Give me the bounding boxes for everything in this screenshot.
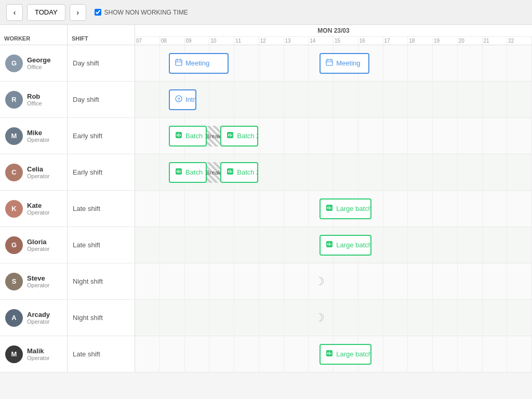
hour-line	[458, 263, 483, 299]
grid-row: AArcadyOperatorNight shift☽	[0, 300, 532, 336]
hour-line	[259, 191, 284, 227]
hour-line	[284, 154, 309, 190]
hour-line	[209, 82, 234, 117]
worker-info: GeorgeOffice	[27, 56, 51, 70]
hour-tick-10: 10	[209, 37, 234, 45]
hour-line	[408, 82, 433, 117]
event-break[interactable]: Break	[207, 162, 221, 183]
timeline-cell: ☽	[135, 300, 532, 336]
worker-role: Operator	[27, 355, 49, 361]
hour-line	[209, 263, 234, 299]
shift-cell: Late shift	[68, 336, 135, 372]
hour-line	[507, 227, 532, 263]
grid-row: SSteveOperatorNight shift☽	[0, 263, 532, 300]
worker-name: Steve	[27, 274, 49, 282]
event-batch[interactable]: Batch 1	[169, 126, 207, 147]
worker-col-header: WORKER	[0, 25, 68, 45]
hour-line	[135, 82, 160, 117]
hour-line	[284, 336, 309, 372]
svg-rect-4	[326, 60, 332, 65]
large-batch-icon	[326, 241, 333, 249]
event-large-batch[interactable]: Large batch	[320, 198, 371, 219]
hour-line	[483, 82, 508, 117]
hour-line	[458, 191, 483, 227]
hour-line	[507, 154, 532, 190]
hour-line	[160, 191, 185, 227]
main-grid: WORKER SHIFT MON 23/03 07080910111213141…	[0, 25, 532, 399]
event-label: Meeting	[185, 59, 209, 67]
next-button[interactable]: ›	[70, 4, 86, 21]
worker-info: RobOffice	[27, 92, 42, 107]
worker-cell-gloria: GGloriaOperator	[0, 227, 68, 263]
hour-line	[433, 300, 458, 336]
top-bar: ‹ TODAY › SHOW NON WORKING TIME	[0, 0, 532, 25]
hour-line	[458, 118, 483, 154]
grid-row: MMikeOperatorEarly shiftBatch 1BreakBatc…	[0, 118, 532, 154]
hour-line	[483, 227, 508, 263]
svg-rect-0	[176, 60, 182, 65]
break-label: Break	[207, 169, 221, 176]
hour-line	[160, 300, 185, 336]
worker-name: Rob	[27, 92, 42, 100]
event-intro[interactable]: ?Introduc	[169, 89, 196, 110]
hour-line	[259, 118, 284, 154]
worker-cell-kate: KKateOperator	[0, 191, 68, 227]
hour-line	[209, 336, 234, 372]
event-meeting[interactable]: Meeting	[169, 53, 229, 74]
hour-line	[507, 45, 532, 81]
worker-cell-malik: MMalikOperator	[0, 336, 68, 372]
timeline-cell: Large batch	[135, 227, 532, 263]
event-label: Large batch	[336, 241, 371, 249]
grid-row: MMalikOperatorLate shiftLarge batch	[0, 336, 532, 373]
event-batch[interactable]: Batch 2	[220, 126, 258, 147]
worker-role: Office	[27, 64, 51, 70]
event-break[interactable]: Break	[207, 126, 221, 147]
hour-line	[458, 227, 483, 263]
worker-info: GloriaOperator	[27, 238, 49, 252]
shift-cell: Night shift	[68, 263, 135, 299]
hour-line	[135, 263, 160, 299]
event-meeting[interactable]: Meeting	[320, 53, 369, 74]
date-label: MON 23/03	[135, 25, 532, 37]
hour-line	[433, 263, 458, 299]
timeline-cell: Large batch	[135, 336, 532, 372]
hour-line	[458, 45, 483, 81]
hour-line	[309, 154, 334, 190]
timeline-cell: ☽	[135, 263, 532, 299]
hour-lines	[135, 300, 532, 336]
hour-line	[408, 336, 433, 372]
hour-line	[408, 227, 433, 263]
hour-tick-18: 18	[408, 37, 433, 45]
hour-line	[507, 300, 532, 336]
hour-tick-15: 15	[334, 37, 358, 45]
show-nonwork-checkbox[interactable]	[95, 9, 101, 16]
event-sleep[interactable]: ☽	[310, 271, 329, 292]
hour-line	[433, 82, 458, 117]
hour-line	[234, 191, 259, 227]
timeline-cell: MeetingMeeting	[135, 45, 532, 81]
worker-info: CeliaOperator	[27, 165, 49, 179]
worker-role: Operator	[27, 173, 49, 179]
hour-tick-20: 20	[458, 37, 483, 45]
hour-line	[284, 300, 309, 336]
hour-line	[185, 336, 210, 372]
hour-line	[507, 82, 532, 117]
today-button[interactable]: TODAY	[27, 4, 65, 21]
avatar: M	[5, 345, 23, 363]
hour-line	[433, 191, 458, 227]
event-batch[interactable]: Batch 2	[220, 162, 258, 183]
worker-cell-celia: CCeliaOperator	[0, 154, 68, 190]
shift-cell: Late shift	[68, 191, 135, 227]
event-large-batch[interactable]: Large batch	[320, 344, 371, 365]
hour-line	[259, 82, 284, 117]
hour-tick-14: 14	[309, 37, 334, 45]
hour-line	[483, 300, 508, 336]
hour-line	[433, 118, 458, 154]
event-large-batch[interactable]: Large batch	[320, 235, 371, 256]
worker-info: MalikOperator	[27, 347, 49, 361]
prev-button[interactable]: ‹	[6, 4, 23, 21]
show-nonwork-toggle[interactable]: SHOW NON WORKING TIME	[95, 9, 188, 16]
event-batch[interactable]: Batch 1	[169, 162, 207, 183]
hour-line	[458, 82, 483, 117]
event-sleep[interactable]: ☽	[310, 308, 329, 328]
